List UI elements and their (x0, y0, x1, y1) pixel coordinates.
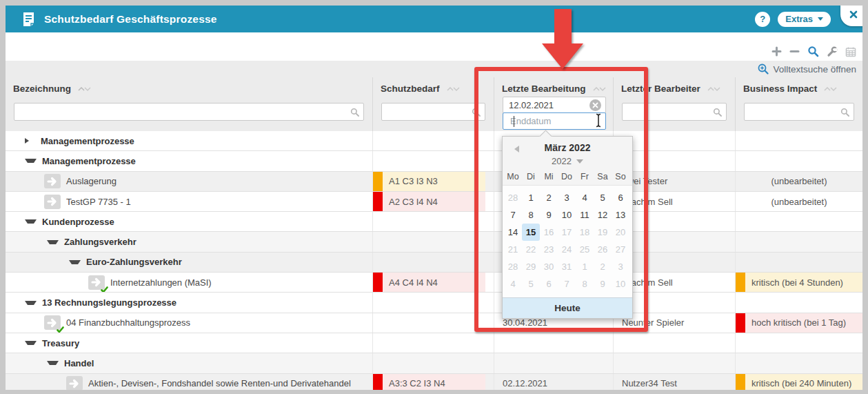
group-label: 13 Rechnungslegungsprozesse (42, 297, 176, 308)
table-row[interactable]: Euro-Zahlungsverkehr (6, 253, 862, 273)
calendar-day[interactable]: 14 (504, 224, 522, 241)
calendar-day[interactable]: 3 (558, 189, 576, 206)
collapse-toggle-icon[interactable] (69, 260, 81, 264)
calendar-day: 28 (504, 189, 522, 206)
help-button[interactable]: ? (755, 12, 770, 27)
sort-business-impact[interactable]: Business Impact (743, 83, 838, 94)
group-label: Treasury (42, 338, 79, 348)
collapse-toggle-icon[interactable] (25, 159, 37, 163)
today-button[interactable]: Heute (503, 297, 632, 318)
calendar-day[interactable]: 13 (612, 206, 629, 224)
severity-bar (736, 374, 745, 390)
business-impact-cell (735, 253, 862, 272)
datepicker-header: März 2022 2022 MoDiMiDoFrSaSo (503, 137, 632, 186)
table-row[interactable]: TestGP 7735 - 1A2 C3 I4 N4Joachim Sell(u… (6, 192, 862, 212)
remove-row-icon[interactable] (789, 46, 800, 57)
filter-bezeichnung-input[interactable] (14, 103, 364, 121)
calendar-day[interactable]: 9 (540, 206, 558, 224)
document-icon (22, 12, 35, 27)
table-header: Bezeichnung Schutzbedarf Letzte Bearbeit… (6, 77, 862, 132)
filter-bearbeiter-input[interactable] (622, 103, 727, 121)
add-row-icon[interactable] (771, 46, 782, 57)
calendar-day[interactable]: 7 (504, 206, 522, 224)
collapse-toggle-icon[interactable] (47, 361, 59, 365)
datepicker-popup: März 2022 2022 MoDiMiDoFrSaSo 2812345678… (502, 136, 633, 319)
collapse-toggle-icon[interactable] (25, 219, 37, 224)
expand-toggle-icon[interactable] (25, 138, 35, 144)
table-row[interactable]: Treasury (6, 333, 862, 353)
table-row[interactable]: Managementprozesse (6, 131, 862, 151)
sort-schutzbedarf[interactable]: Schutzbedarf (381, 83, 461, 94)
date-to-input[interactable] (503, 112, 606, 130)
calendar-day[interactable]: 2 (540, 189, 558, 206)
calendar-day[interactable]: 15 (522, 224, 540, 241)
table-row[interactable]: AuslagerungA1 C3 I3 N3Zwei Tester(unbear… (6, 172, 862, 192)
calendar-day: 29 (522, 258, 540, 275)
filter-schutzbedarf-input[interactable] (381, 103, 485, 121)
table-row[interactable]: 13 Rechnungslegungsprozesse (6, 293, 862, 313)
table-row[interactable]: Aktien-, Devisen-, Fondshandel sowie Ren… (6, 374, 862, 390)
calendar-day[interactable]: 10 (558, 206, 576, 224)
process-arrow-icon[interactable] (44, 195, 61, 209)
business-impact-cell (735, 232, 862, 251)
table-row[interactable]: Managementprozesse (6, 151, 862, 171)
process-arrow-icon[interactable] (88, 275, 105, 290)
sort-letzter-bearbeiter[interactable]: Letzter Bearbeiter (621, 83, 721, 94)
calendar-day[interactable]: 5 (594, 189, 612, 206)
close-button[interactable] (840, 6, 862, 26)
business-impact-value: kritisch (bei 4 Stunden) (745, 277, 843, 288)
year-dropdown[interactable]: 2022 (503, 156, 632, 166)
calendar-day[interactable]: 1 (522, 189, 540, 206)
calendar-day[interactable]: 8 (522, 206, 540, 224)
prev-month-icon[interactable] (514, 146, 519, 152)
process-arrow-icon[interactable] (44, 315, 61, 330)
wrench-icon[interactable] (827, 46, 838, 57)
table-row[interactable]: 04 Finanzbuchhaltungsprozess30.04.2021Ne… (6, 313, 862, 333)
schutzbedarf-cell (372, 253, 494, 272)
calendar-day: 28 (504, 258, 522, 275)
clear-date-button[interactable] (589, 99, 601, 111)
letzter-bearbeiter-cell: Nutzer34 Test (613, 374, 735, 390)
business-impact-badge: kritisch (bei 240 Minuten) (736, 374, 862, 390)
sort-bezeichnung[interactable]: Bezeichnung (13, 83, 92, 94)
collapse-toggle-icon[interactable] (25, 341, 37, 345)
table-row[interactable]: Zahlungsverkehr (6, 232, 862, 252)
group-label: Handel (64, 358, 94, 368)
schutzbedarf-value: A3:3 C2 I3 N4 (383, 378, 445, 388)
process-arrow-icon[interactable] (66, 376, 83, 390)
severity-bar (373, 172, 383, 191)
process-label: Auslagerung (66, 176, 117, 186)
calendar-day: 24 (558, 241, 576, 258)
bezeichnung-cell: Managementprozesse (6, 151, 372, 170)
fulltext-search-link[interactable]: Volltextsuche öffnen (758, 61, 856, 77)
calendar-icon[interactable] (845, 46, 856, 57)
bezeichnung-cell: Euro-Zahlungsverkehr (6, 253, 372, 272)
table-row[interactable]: Internetzahlungen (MaSI)A4 C4 I4 N4Joach… (6, 273, 862, 293)
filter-impact-input[interactable] (744, 103, 854, 121)
extras-button[interactable]: Extras (778, 12, 831, 27)
search-icon[interactable] (807, 46, 819, 57)
severity-bar (373, 273, 383, 292)
severity-bar (736, 313, 745, 333)
sort-letzte-bearbeitung[interactable]: Letzte Bearbeitung (502, 83, 607, 94)
collapse-toggle-icon[interactable] (25, 301, 37, 305)
column-bezeichnung: Bezeichnung (6, 77, 372, 131)
business-impact-cell: kritisch (bei 4 Stunden) (735, 273, 862, 292)
calendar-day: 20 (612, 224, 629, 241)
weekday-row: MoDiMiDoFrSaSo (503, 166, 632, 186)
calendar-day[interactable]: 6 (612, 189, 629, 206)
calendar-day[interactable]: 12 (594, 206, 612, 224)
collapse-toggle-icon[interactable] (47, 240, 59, 244)
bezeichnung-cell: Aktien-, Devisen-, Fondshandel sowie Ren… (6, 374, 372, 390)
calendar-day: 22 (522, 241, 540, 258)
table-row[interactable]: Kundenprozesse (6, 212, 862, 232)
process-arrow-icon[interactable] (44, 174, 61, 188)
calendar-day: 16 (540, 224, 558, 241)
calendar-day[interactable]: 11 (576, 206, 594, 224)
table-row[interactable]: Handel (6, 353, 862, 373)
chevron-down-icon (818, 17, 823, 21)
schutzbedarf-cell: A1 C3 I3 N3 (372, 172, 494, 191)
group-label: Managementprozesse (42, 156, 136, 166)
calendar-day: 3 (612, 258, 629, 275)
calendar-day[interactable]: 4 (576, 189, 594, 206)
